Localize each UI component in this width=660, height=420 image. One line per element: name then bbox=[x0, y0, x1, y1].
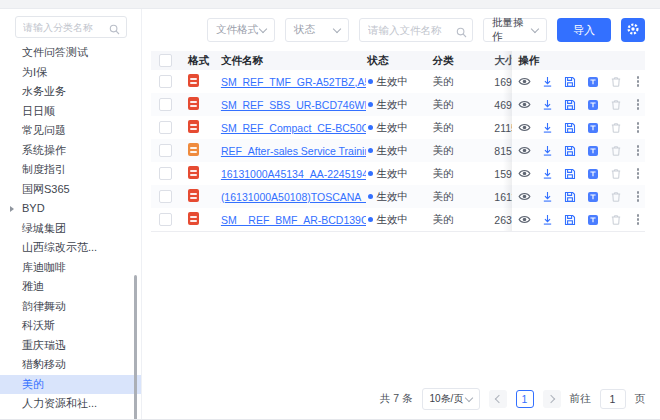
sidebar-item-yunlv-wudong[interactable]: 韵律舞动 bbox=[0, 297, 141, 317]
doc-badge-icon[interactable] bbox=[587, 190, 599, 203]
sidebar-item-policy-guide[interactable]: 制度指引 bbox=[0, 160, 141, 180]
delete-trash-icon[interactable] bbox=[610, 213, 622, 226]
delete-trash-icon[interactable] bbox=[610, 190, 622, 203]
pdf-file-icon bbox=[188, 74, 199, 87]
save-icon[interactable] bbox=[564, 75, 576, 88]
file-name-link[interactable]: (16131000A50108)TOSCANA_SBS... bbox=[221, 191, 366, 203]
size-text: 1611 bbox=[492, 191, 512, 203]
sidebar-item-kewosi[interactable]: 科沃斯 bbox=[0, 316, 141, 336]
sidebar-item-lvcheng[interactable]: 绿城集团 bbox=[0, 219, 141, 239]
col-actions: 操作 bbox=[512, 54, 645, 68]
current-page-button[interactable]: 1 bbox=[516, 390, 534, 408]
download-icon[interactable] bbox=[542, 121, 553, 134]
row-checkbox[interactable] bbox=[159, 98, 172, 111]
import-button[interactable]: 导入 bbox=[557, 18, 611, 42]
sidebar-item-weibao[interactable]: 为I保 bbox=[0, 63, 141, 83]
delete-trash-icon[interactable] bbox=[610, 144, 622, 157]
more-kebab-icon[interactable] bbox=[633, 144, 643, 157]
row-checkbox[interactable] bbox=[159, 213, 172, 226]
settings-button[interactable] bbox=[621, 18, 645, 42]
sidebar-item-shanxi-zonggai[interactable]: 山西综改示范... bbox=[0, 238, 141, 258]
sidebar-item-chongqing-ruixun[interactable]: 重庆瑞迅 bbox=[0, 336, 141, 356]
doc-badge-icon[interactable] bbox=[587, 98, 599, 111]
sidebar-item-kudi-coffee[interactable]: 库迪咖啡 bbox=[0, 258, 141, 278]
download-icon[interactable] bbox=[542, 167, 553, 180]
toolbar: 文件格式 状态 批量操作 导入 bbox=[143, 9, 660, 51]
caret-right-icon[interactable] bbox=[10, 206, 14, 212]
sidebar-item-ririshun[interactable]: 日日顺 bbox=[0, 102, 141, 122]
sidebar-item-yadi[interactable]: 雅迪 bbox=[0, 277, 141, 297]
row-checkbox[interactable] bbox=[159, 144, 172, 157]
goto-page-input[interactable] bbox=[600, 389, 626, 409]
save-icon[interactable] bbox=[564, 167, 576, 180]
category-text: 美的 bbox=[432, 213, 453, 225]
batch-actions-button[interactable]: 批量操作 bbox=[483, 18, 547, 42]
next-page-button[interactable] bbox=[543, 390, 561, 408]
table-row: 16131000A45134_AA-2245194-1... 生效中 美的 15… bbox=[151, 162, 645, 185]
size-text: 815 bbox=[492, 145, 512, 157]
page-size-select[interactable]: 10条/页 bbox=[422, 388, 480, 410]
more-kebab-icon[interactable] bbox=[633, 167, 643, 180]
view-eye-icon[interactable] bbox=[518, 75, 531, 88]
download-icon[interactable] bbox=[542, 190, 553, 203]
view-eye-icon[interactable] bbox=[518, 213, 531, 226]
more-kebab-icon[interactable] bbox=[633, 75, 643, 88]
prev-page-button[interactable] bbox=[489, 390, 507, 408]
sidebar-item-water-business[interactable]: 水务业务 bbox=[0, 82, 141, 102]
file-name-link[interactable]: SM__REF_BMF_AR-BCD139CE-... bbox=[221, 214, 366, 226]
sidebar-scrollbar[interactable] bbox=[134, 275, 137, 420]
view-eye-icon[interactable] bbox=[518, 144, 531, 157]
file-name-link[interactable]: SM_REF_Compact_CE-BC50CM... bbox=[221, 122, 366, 134]
delete-trash-icon[interactable] bbox=[610, 75, 622, 88]
more-kebab-icon[interactable] bbox=[633, 213, 643, 226]
status-select[interactable]: 状态 bbox=[285, 18, 349, 42]
delete-trash-icon[interactable] bbox=[610, 121, 622, 134]
view-eye-icon[interactable] bbox=[518, 98, 531, 111]
row-checkbox[interactable] bbox=[159, 167, 172, 180]
save-icon[interactable] bbox=[564, 144, 576, 157]
delete-trash-icon[interactable] bbox=[610, 167, 622, 180]
more-kebab-icon[interactable] bbox=[633, 98, 643, 111]
sidebar-item-system-ops[interactable]: 系统操作 bbox=[0, 141, 141, 161]
row-checkbox[interactable] bbox=[159, 121, 172, 134]
download-icon[interactable] bbox=[542, 213, 553, 226]
col-category: 分类 bbox=[430, 54, 492, 68]
file-name-link[interactable]: SM_REF_SBS_UR-BCD746WE1-... bbox=[221, 99, 366, 111]
select-all-checkbox[interactable] bbox=[159, 54, 172, 67]
status-dot bbox=[368, 102, 373, 107]
save-icon[interactable] bbox=[564, 98, 576, 111]
sidebar-item-hr-social[interactable]: 人力资源和社... bbox=[0, 394, 141, 414]
delete-trash-icon[interactable] bbox=[610, 98, 622, 111]
doc-badge-icon[interactable] bbox=[587, 144, 599, 157]
view-eye-icon[interactable] bbox=[518, 121, 531, 134]
save-icon[interactable] bbox=[564, 190, 576, 203]
sidebar-item-liebao-mobile[interactable]: 猎豹移动 bbox=[0, 355, 141, 375]
row-checkbox[interactable] bbox=[159, 190, 172, 203]
doc-badge-icon[interactable] bbox=[587, 75, 599, 88]
more-kebab-icon[interactable] bbox=[633, 190, 643, 203]
save-icon[interactable] bbox=[564, 213, 576, 226]
view-eye-icon[interactable] bbox=[518, 167, 531, 180]
file-name-link[interactable]: REF_After-sales Service Trainin... bbox=[221, 145, 366, 157]
file-name-link[interactable]: 16131000A45134_AA-2245194-1... bbox=[221, 168, 366, 180]
file-name-link[interactable]: SM_REF_TMF_GR-A52TBZ,A55... bbox=[221, 76, 366, 88]
save-icon[interactable] bbox=[564, 121, 576, 134]
sidebar-item-file-qa-test[interactable]: 文件问答测试 bbox=[0, 43, 141, 63]
doc-badge-icon[interactable] bbox=[587, 121, 599, 134]
view-eye-icon[interactable] bbox=[518, 190, 531, 203]
sidebar-item-byd[interactable]: BYD bbox=[0, 199, 141, 219]
sidebar-item-faq[interactable]: 常见问题 bbox=[0, 121, 141, 141]
doc-badge-icon[interactable] bbox=[587, 213, 599, 226]
status-text: 生效中 bbox=[377, 213, 409, 225]
sidebar-item-guowang-s365[interactable]: 国网S365 bbox=[0, 180, 141, 200]
row-checkbox[interactable] bbox=[159, 75, 172, 88]
download-icon[interactable] bbox=[542, 98, 553, 111]
more-kebab-icon[interactable] bbox=[633, 121, 643, 134]
doc-badge-icon[interactable] bbox=[587, 167, 599, 180]
status-text: 生效中 bbox=[377, 98, 409, 110]
sidebar-item-midea-selected[interactable]: 美的 bbox=[0, 375, 141, 395]
download-icon[interactable] bbox=[542, 144, 553, 157]
download-icon[interactable] bbox=[542, 75, 553, 88]
file-format-select-label: 文件格式 bbox=[216, 23, 258, 37]
file-format-select[interactable]: 文件格式 bbox=[207, 18, 275, 42]
